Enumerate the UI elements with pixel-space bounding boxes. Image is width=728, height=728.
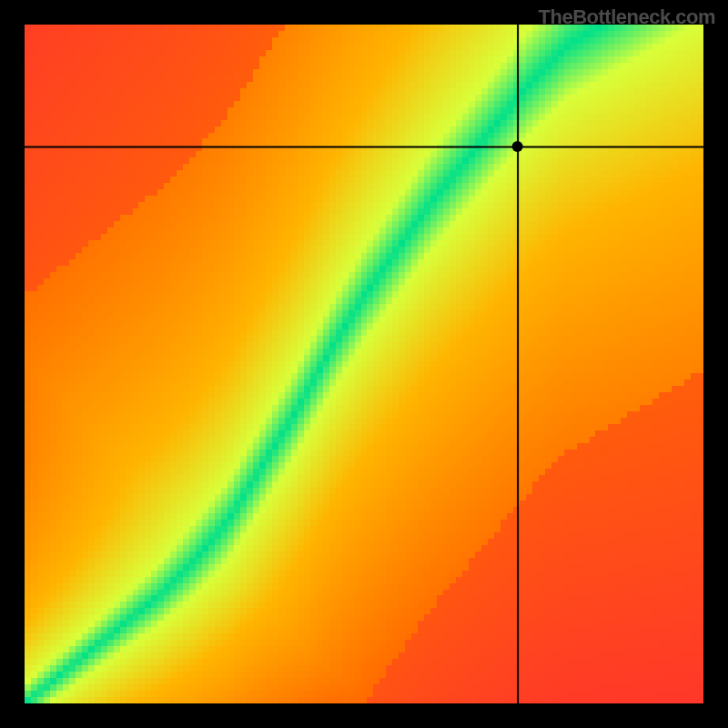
overlay-canvas [25,25,703,703]
chart-container: TheBottleneck.com [0,0,728,728]
watermark-label: TheBottleneck.com [539,5,715,29]
